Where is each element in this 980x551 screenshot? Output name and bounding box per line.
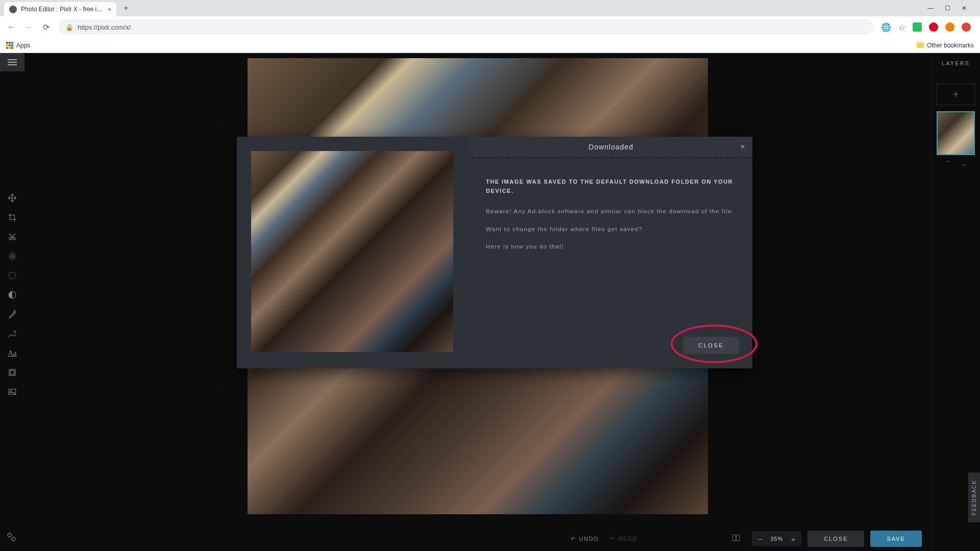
image-tool[interactable] (5, 385, 19, 399)
draw-tool[interactable] (5, 327, 19, 341)
star-icon[interactable]: ☆ (898, 22, 905, 32)
add-layer-button[interactable]: + (937, 84, 975, 105)
svg-point-3 (9, 272, 16, 279)
modal-how-link[interactable]: Here is how you do that! (486, 242, 736, 251)
browser-chrome: Photo Editor : Pixlr X - free image × + … (0, 0, 980, 53)
reload-button[interactable]: ⟳ (41, 22, 51, 32)
tab-title: Photo Editor : Pixlr X - free image (21, 6, 103, 13)
effect-tool[interactable] (5, 268, 19, 283)
compare-button[interactable] (726, 530, 746, 547)
window-controls: — ☐ ✕ (927, 5, 976, 12)
main-menu-button[interactable] (0, 53, 24, 71)
lock-icon: 🔒 (65, 23, 74, 31)
modal-heading: THE IMAGE WAS SAVED TO THE DEFAULT DOWNL… (486, 178, 736, 195)
folder-icon (917, 42, 924, 48)
feedback-tab[interactable]: FEEDBACK (968, 472, 980, 522)
layer-up-button[interactable]: ⌃ (945, 159, 951, 167)
address-bar: ← → ⟳ 🔒 https://pixlr.com/x/ 🌐 ☆ (0, 16, 980, 38)
tab-close-icon[interactable]: × (107, 6, 111, 13)
modal-close-button[interactable]: CLOSE (683, 337, 739, 354)
redo-label: REDO (618, 536, 638, 542)
window-minimize-button[interactable]: — (927, 5, 934, 12)
new-tab-button[interactable]: + (124, 3, 129, 13)
extension-c-icon[interactable] (945, 22, 954, 32)
window-close-button[interactable]: ✕ (962, 5, 967, 12)
svg-rect-6 (10, 370, 14, 374)
redo-icon: ↷ (610, 536, 616, 542)
modal-warning-text: Beware! Any Ad-block software and simila… (486, 207, 736, 216)
undo-label: UNDO (579, 536, 599, 542)
save-button[interactable]: SAVE (870, 531, 922, 547)
modal-title: Downloaded (589, 143, 633, 151)
downloaded-modal: Downloaded × THE IMAGE WAS SAVED TO THE … (237, 137, 752, 368)
other-bookmarks-label: Other bookmarks (927, 42, 974, 49)
forward-button[interactable]: → (23, 22, 34, 32)
apps-bookmark[interactable]: Apps (6, 42, 30, 49)
modal-header: Downloaded × (470, 137, 752, 158)
modal-question-text: Want to change the folder where files ge… (486, 224, 736, 234)
modal-close-x-button[interactable]: × (740, 142, 745, 152)
undo-icon: ↶ (571, 536, 576, 542)
back-button[interactable]: ← (6, 22, 16, 32)
svg-point-9 (8, 533, 11, 537)
modal-preview-image (251, 151, 453, 352)
window-maximize-button[interactable]: ☐ (945, 5, 950, 12)
other-bookmarks[interactable]: Other bookmarks (917, 42, 974, 49)
apps-grid-icon (6, 42, 13, 49)
zoom-value: 35% (768, 536, 785, 542)
undo-button[interactable]: ↶UNDO (571, 536, 599, 542)
svg-point-10 (12, 537, 15, 541)
modal-content-pane: Downloaded × THE IMAGE WAS SAVED TO THE … (470, 137, 752, 368)
redo-button[interactable]: ↷REDO (610, 536, 638, 542)
layer-order-controls: ⌃ ⌄ (932, 159, 980, 167)
hamburger-icon (8, 59, 17, 65)
modal-footer: CLOSE (470, 337, 752, 368)
svg-point-2 (11, 255, 14, 258)
url-text: https://pixlr.com/x/ (78, 23, 131, 31)
element-tool[interactable] (5, 365, 19, 380)
crop-tool[interactable] (5, 210, 19, 224)
close-button[interactable]: CLOSE (807, 531, 864, 547)
modal-stripe-decoration (470, 158, 752, 162)
left-toolbar: Aa (0, 53, 24, 551)
arrange-tool[interactable] (5, 191, 19, 205)
retouch-tool[interactable] (5, 307, 19, 321)
evernote-icon[interactable] (913, 22, 922, 32)
settings-button[interactable] (6, 532, 16, 544)
pinterest-icon[interactable] (929, 22, 938, 32)
layer-down-button[interactable]: ⌄ (961, 159, 967, 167)
browser-tab[interactable]: Photo Editor : Pixlr X - free image × (4, 2, 116, 16)
bottom-bar: ↶UNDO ↷REDO − 35% + CLOSE SAVE (24, 527, 931, 551)
bookmark-bar: Apps Other bookmarks (0, 38, 980, 53)
svg-rect-11 (732, 535, 736, 541)
cutout-tool[interactable] (5, 230, 19, 244)
modal-preview-pane (237, 137, 470, 368)
tab-bar: Photo Editor : Pixlr X - free image × + … (0, 0, 980, 16)
history-controls: ↶UNDO ↷REDO (571, 536, 638, 542)
apps-label: Apps (16, 42, 30, 49)
extension-icons: 🌐 ☆ (881, 22, 974, 32)
extension-red-icon[interactable] (962, 22, 971, 32)
zoom-in-button[interactable]: + (785, 531, 801, 546)
svg-rect-12 (737, 535, 740, 541)
url-input[interactable]: 🔒 https://pixlr.com/x/ (58, 19, 874, 35)
modal-body: THE IMAGE WAS SAVED TO THE DEFAULT DOWNL… (470, 162, 752, 337)
translate-icon[interactable]: 🌐 (881, 22, 891, 32)
tab-favicon-icon (9, 6, 17, 13)
liquify-tool[interactable] (5, 288, 19, 302)
layer-thumbnail[interactable] (937, 111, 975, 155)
zoom-control: − 35% + (752, 531, 801, 546)
layers-header: LAYERS (932, 53, 980, 71)
zoom-out-button[interactable]: − (752, 531, 768, 546)
text-tool[interactable]: Aa (5, 346, 19, 360)
adjust-tool[interactable] (5, 249, 19, 263)
